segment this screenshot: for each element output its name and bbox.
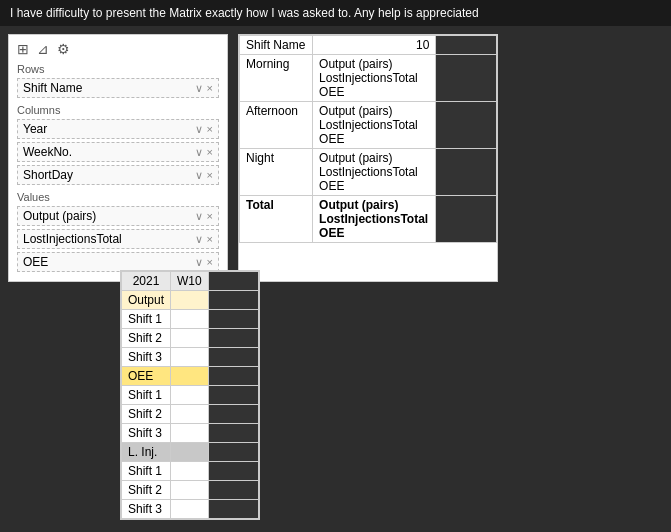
chevron-down-icon-lostinj[interactable]: ∨	[195, 233, 203, 246]
bottom-cell-shift1-oee-label: Shift 1	[122, 386, 171, 405]
chevron-down-icon-weekno[interactable]: ∨	[195, 146, 203, 159]
field-row-controls-lostinj: ∨ ×	[195, 233, 213, 246]
matrix-label-morning: Morning	[240, 55, 313, 102]
field-row-controls-shiftname: ∨ ×	[195, 82, 213, 95]
field-label-shortday: ShortDay	[23, 168, 73, 182]
matrix-blackout-header	[436, 36, 497, 55]
top-message-bar: I have difficulty to present the Matrix …	[0, 0, 671, 26]
field-row-lostinj[interactable]: LostInjectionsTotal ∨ ×	[17, 229, 219, 249]
bottom-cell-shift3-output-blackout	[208, 348, 258, 367]
afternoon-lostinj: LostInjectionsTotal	[319, 118, 429, 132]
bottom-cell-output-val	[171, 291, 209, 310]
bottom-cell-linj-blackout	[208, 443, 258, 462]
field-panel: ⊞ ⊿ ⚙ Rows Shift Name ∨ × Columns Year ∨…	[8, 34, 228, 282]
bottom-row-shift1-oee: Shift 1	[122, 386, 259, 405]
matrix-row-night: Night Output (pairs) LostInjectionsTotal…	[240, 149, 497, 196]
field-row-shortday[interactable]: ShortDay ∨ ×	[17, 165, 219, 185]
morning-output: Output (pairs)	[319, 57, 429, 71]
bottom-cell-shift1-output-blackout	[208, 310, 258, 329]
matrix-values-night: Output (pairs) LostInjectionsTotal OEE	[313, 149, 436, 196]
bottom-header-year: 2021	[122, 272, 171, 291]
field-label-year: Year	[23, 122, 47, 136]
close-icon-shortday[interactable]: ×	[207, 169, 213, 182]
chevron-down-icon-year[interactable]: ∨	[195, 123, 203, 136]
bottom-cell-shift1-linj-val	[171, 462, 209, 481]
night-output: Output (pairs)	[319, 151, 429, 165]
bottom-cell-shift3-output-val	[171, 348, 209, 367]
bottom-cell-shift2-linj-val	[171, 481, 209, 500]
bottom-cell-shift2-linj-label: Shift 2	[122, 481, 171, 500]
chevron-down-icon-oee[interactable]: ∨	[195, 256, 203, 269]
matrix-label-total: Total	[240, 196, 313, 243]
bottom-cell-shift1-oee-val	[171, 386, 209, 405]
close-icon-year[interactable]: ×	[207, 123, 213, 136]
matrix-col-shiftname: Shift Name	[240, 36, 313, 55]
afternoon-oee: OEE	[319, 132, 429, 146]
bottom-table: 2021 W10 Output Shift 1 Shift 2	[121, 271, 259, 519]
bottom-cell-oee-blackout	[208, 367, 258, 386]
field-label-lostinj: LostInjectionsTotal	[23, 232, 122, 246]
bottom-cell-linj-label: L. Inj.	[122, 443, 171, 462]
table-icon[interactable]: ⊞	[17, 41, 29, 57]
bottom-cell-shift2-oee-val	[171, 405, 209, 424]
field-label-output: Output (pairs)	[23, 209, 96, 223]
total-oee: OEE	[319, 226, 429, 240]
bottom-table-wrap: 2021 W10 Output Shift 1 Shift 2	[120, 270, 260, 520]
bottom-cell-shift2-oee-label: Shift 2	[122, 405, 171, 424]
night-lostinj: LostInjectionsTotal	[319, 165, 429, 179]
field-label-oee: OEE	[23, 255, 48, 269]
bottom-row-shift1-linj: Shift 1	[122, 462, 259, 481]
field-label-shiftname: Shift Name	[23, 81, 82, 95]
field-row-oee[interactable]: OEE ∨ ×	[17, 252, 219, 272]
field-label-weekno: WeekNo.	[23, 145, 72, 159]
field-row-shiftname[interactable]: Shift Name ∨ ×	[17, 78, 219, 98]
bottom-cell-shift3-oee-val	[171, 424, 209, 443]
settings-icon[interactable]: ⚙	[57, 41, 70, 57]
field-row-controls-oee: ∨ ×	[195, 256, 213, 269]
rows-section-label: Rows	[17, 63, 219, 75]
bottom-cell-output-label: Output	[122, 291, 171, 310]
matrix-values-morning: Output (pairs) LostInjectionsTotal OEE	[313, 55, 436, 102]
field-row-year[interactable]: Year ∨ ×	[17, 119, 219, 139]
bottom-row-output: Output	[122, 291, 259, 310]
chevron-down-icon[interactable]: ∨	[195, 82, 203, 95]
bottom-cell-shift2-output-label: Shift 2	[122, 329, 171, 348]
main-area: ⊞ ⊿ ⚙ Rows Shift Name ∨ × Columns Year ∨…	[0, 26, 671, 290]
close-icon-oee[interactable]: ×	[207, 256, 213, 269]
bottom-header-blackout	[208, 272, 258, 291]
matrix-label-night: Night	[240, 149, 313, 196]
matrix-table: Shift Name 10 Morning Output (pairs) Los…	[239, 35, 497, 243]
bottom-cell-shift3-linj-val	[171, 500, 209, 519]
field-row-weekno[interactable]: WeekNo. ∨ ×	[17, 142, 219, 162]
matrix-values-afternoon: Output (pairs) LostInjectionsTotal OEE	[313, 102, 436, 149]
chevron-down-icon-shortday[interactable]: ∨	[195, 169, 203, 182]
close-icon-weekno[interactable]: ×	[207, 146, 213, 159]
matrix-blackout-morning	[436, 55, 497, 102]
matrix-col-value: 10	[313, 36, 436, 55]
field-panel-icons: ⊞ ⊿ ⚙	[17, 41, 219, 57]
close-icon-output[interactable]: ×	[207, 210, 213, 223]
close-icon[interactable]: ×	[207, 82, 213, 95]
bottom-table-header-row: 2021 W10	[122, 272, 259, 291]
bottom-cell-shift2-output-val	[171, 329, 209, 348]
bottom-cell-shift2-oee-blackout	[208, 405, 258, 424]
field-row-output[interactable]: Output (pairs) ∨ ×	[17, 206, 219, 226]
matrix-header-row: Shift Name 10	[240, 36, 497, 55]
matrix-panel: Shift Name 10 Morning Output (pairs) Los…	[238, 34, 498, 282]
field-row-controls-output: ∨ ×	[195, 210, 213, 223]
filter-icon[interactable]: ⊿	[37, 41, 49, 57]
bottom-header-week: W10	[171, 272, 209, 291]
close-icon-lostinj[interactable]: ×	[207, 233, 213, 246]
bottom-cell-shift1-output-val	[171, 310, 209, 329]
bottom-row-shift2-output: Shift 2	[122, 329, 259, 348]
bottom-row-linj: L. Inj.	[122, 443, 259, 462]
chevron-down-icon-output[interactable]: ∨	[195, 210, 203, 223]
afternoon-output: Output (pairs)	[319, 104, 429, 118]
matrix-label-afternoon: Afternoon	[240, 102, 313, 149]
bottom-cell-shift1-linj-label: Shift 1	[122, 462, 171, 481]
matrix-blackout-total	[436, 196, 497, 243]
matrix-blackout-afternoon	[436, 102, 497, 149]
field-row-controls-year: ∨ ×	[195, 123, 213, 136]
bottom-cell-shift2-output-blackout	[208, 329, 258, 348]
bottom-cell-linj-val	[171, 443, 209, 462]
